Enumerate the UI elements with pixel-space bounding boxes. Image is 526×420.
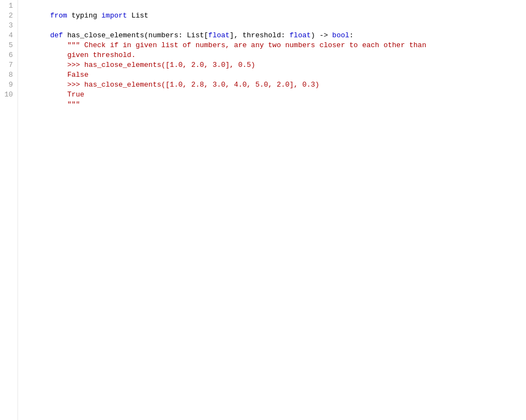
line-num-9: 9 [4, 80, 13, 90]
line-num-5: 5 [4, 41, 13, 50]
keyword-float2: float [289, 31, 311, 39]
plain-10 [50, 100, 67, 109]
keyword-from: from [50, 12, 67, 20]
keyword-def: def [50, 31, 62, 39]
plain-1: typing [67, 12, 101, 20]
docstring-1: """ Check if in given list of numbers, a… [67, 41, 426, 49]
plain-4: ], threshold: [230, 31, 289, 39]
keyword-import: import [101, 12, 127, 20]
line-num-8: 8 [4, 70, 13, 80]
line-num-2: 2 [4, 11, 13, 21]
docstring-7: """ [67, 100, 80, 109]
code-editor: 1 2 3 4 5 6 7 8 9 10 from typing import … [0, 0, 526, 420]
line-numbers: 1 2 3 4 5 6 7 8 9 10 [0, 0, 18, 420]
code-line-10: """ [25, 90, 526, 100]
plain-7 [50, 41, 67, 49]
keyword-bool: bool [332, 31, 349, 39]
keyword-float1: float [208, 31, 230, 39]
code-line-8: >>> has_close_elements([1.0, 2.8, 3.0, 4… [25, 70, 526, 80]
docstring-4: False [50, 71, 88, 79]
line-num-7: 7 [4, 60, 13, 70]
code-content[interactable]: from typing import List def has_close_el… [18, 0, 526, 420]
plain-3: has_close_elements(numbers: List[ [63, 31, 208, 39]
line-num-6: 6 [4, 50, 13, 60]
docstring-6: True [50, 90, 84, 99]
code-line-3: def has_close_elements(numbers: List[flo… [25, 21, 526, 31]
code-line-1: from typing import List [25, 1, 526, 11]
plain-5: ) -> [311, 31, 332, 39]
docstring-2: given threshold. [50, 51, 135, 59]
plain-2: List [127, 12, 148, 20]
prompt-2: >>> [67, 81, 80, 89]
line-num-1: 1 [4, 1, 13, 11]
prompt-1: >>> [67, 61, 80, 69]
plain-6: : [350, 31, 354, 39]
docstring-3: has_close_elements([1.0, 2.0, 3.0], 0.5) [80, 61, 255, 69]
line-num-3: 3 [4, 21, 13, 31]
line-num-4: 4 [4, 31, 13, 41]
line-num-10: 10 [4, 90, 13, 100]
plain-8 [50, 61, 67, 69]
plain-9 [50, 81, 67, 89]
docstring-5: has_close_elements([1.0, 2.8, 3.0, 4.0, … [80, 81, 319, 89]
